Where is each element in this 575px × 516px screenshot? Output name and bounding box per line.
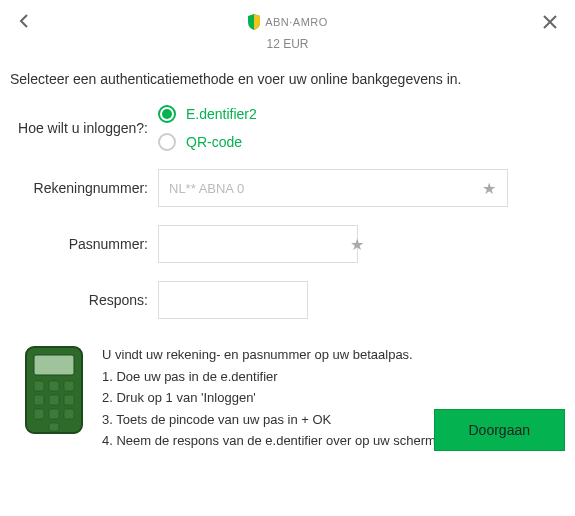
instruction-step: 1. Doe uw pas in de e.dentifier: [102, 367, 436, 387]
instruction-step: 2. Druk op 1 van 'Inloggen': [102, 388, 436, 408]
edentifier-device-illustration: [24, 345, 84, 453]
close-icon: [543, 15, 557, 29]
account-number-input[interactable]: [254, 170, 471, 206]
page-instruction: Selecteer een authenticatiemethode en vo…: [10, 71, 565, 87]
radio-edentifier2[interactable]: E.dentifier2: [158, 105, 565, 123]
instructions-text: U vindt uw rekening- en pasnummer op uw …: [102, 345, 436, 453]
favorite-button[interactable]: ★: [471, 170, 507, 206]
radio-label: E.dentifier2: [186, 106, 257, 122]
bank-name: ABN·AMRO: [265, 16, 328, 28]
svg-rect-2: [34, 381, 44, 391]
instruction-step: 4. Neem de respons van de e.dentifier ov…: [102, 431, 436, 451]
svg-rect-3: [49, 381, 59, 391]
back-button[interactable]: [18, 12, 30, 33]
response-label: Respons:: [10, 292, 158, 308]
favorite-button[interactable]: ★: [350, 226, 364, 262]
radio-label: QR-code: [186, 134, 242, 150]
header: ABN·AMRO 12 EUR: [10, 10, 565, 63]
card-number-field: ★: [158, 225, 358, 263]
star-icon: ★: [350, 235, 364, 254]
shield-icon: [247, 14, 261, 30]
star-icon: ★: [482, 179, 496, 198]
radio-button-icon: [158, 133, 176, 151]
account-number-field: NL** ABNA 0 ★: [158, 169, 508, 207]
login-method-label: Hoe wilt u inloggen?:: [10, 120, 158, 136]
login-method-radio-group: E.dentifier2 QR-code: [158, 105, 565, 151]
amount-label: 12 EUR: [10, 37, 565, 51]
card-number-input[interactable]: [159, 226, 350, 262]
svg-rect-6: [49, 395, 59, 405]
svg-rect-4: [64, 381, 74, 391]
svg-rect-10: [64, 409, 74, 419]
svg-rect-9: [49, 409, 59, 419]
account-prefix: NL** ABNA 0: [159, 170, 254, 206]
svg-rect-11: [49, 423, 59, 431]
response-input[interactable]: [159, 282, 350, 318]
response-field: [158, 281, 308, 319]
svg-rect-8: [34, 409, 44, 419]
radio-qrcode[interactable]: QR-code: [158, 133, 565, 151]
svg-rect-5: [34, 395, 44, 405]
card-number-label: Pasnummer:: [10, 236, 158, 252]
account-number-label: Rekeningnummer:: [10, 180, 158, 196]
close-button[interactable]: [543, 12, 557, 32]
continue-button[interactable]: Doorgaan: [434, 409, 566, 451]
chevron-left-icon: [18, 14, 30, 28]
radio-button-icon: [158, 105, 176, 123]
bank-badge: ABN·AMRO: [247, 14, 328, 30]
svg-rect-1: [34, 355, 74, 375]
svg-rect-7: [64, 395, 74, 405]
instructions-intro: U vindt uw rekening- en pasnummer op uw …: [102, 345, 436, 365]
instruction-step: 3. Toets de pincode van uw pas in + OK: [102, 410, 436, 430]
